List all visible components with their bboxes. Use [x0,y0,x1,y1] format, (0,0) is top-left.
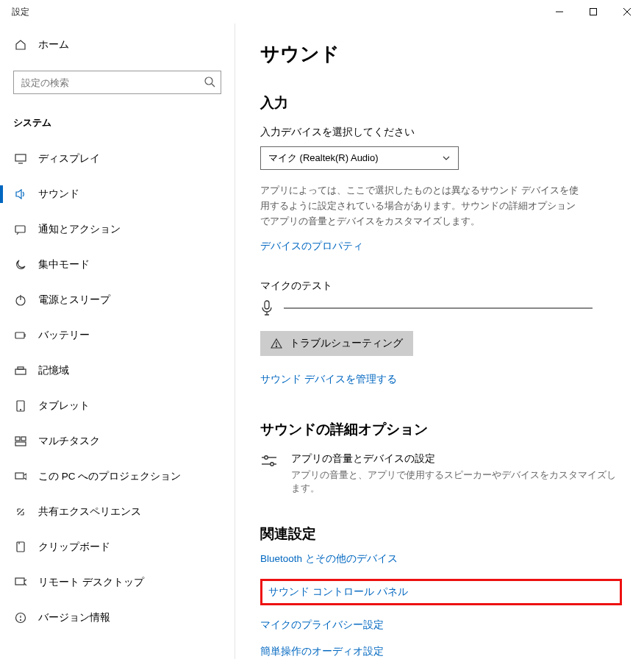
related-link-0[interactable]: Bluetooth とその他のデバイス [260,552,622,566]
sidebar-item-label: ディスプレイ [38,152,100,165]
related-link-1[interactable]: サウンド コントロール パネル [260,579,622,605]
svg-point-26 [21,620,21,621]
svg-rect-13 [15,369,26,374]
sidebar-item-label: 記憶域 [38,364,69,377]
home-icon [13,39,28,51]
related-heading: 関連設定 [260,524,622,544]
sidebar-item-label: タブレット [38,399,90,413]
chevron-down-icon [442,154,451,163]
titlebar: 設定 [0,0,644,24]
svg-point-16 [21,410,21,410]
mic-level-bar [284,307,593,309]
sidebar-home-label: ホーム [38,38,69,51]
sidebar-item-5[interactable]: バッテリー [0,318,235,353]
svg-rect-20 [15,473,24,479]
sidebar-item-7[interactable]: タブレット [0,388,235,424]
sidebar-item-8[interactable]: マルチタスク [0,424,235,459]
warning-icon [271,338,282,349]
nav-icon [13,577,28,588]
nav-icon [13,366,28,375]
sliders-icon [260,454,279,495]
sidebar-item-label: 集中モード [38,258,90,271]
nav-icon [13,400,28,412]
nav-icon [13,294,28,306]
manage-devices-link[interactable]: サウンド デバイスを管理する [260,373,397,386]
svg-rect-21 [17,542,24,552]
svg-rect-6 [15,154,26,161]
window-title: 設定 [12,6,29,18]
nav-icon [13,612,28,624]
selected-device: マイク (Realtek(R) Audio) [268,152,379,165]
sidebar-item-10[interactable]: 共有エクスペリエンス [0,494,235,530]
sidebar-item-0[interactable]: ディスプレイ [0,141,235,177]
svg-point-33 [271,463,273,466]
nav-icon [13,541,28,553]
sidebar-home[interactable]: ホーム [0,31,235,59]
svg-rect-23 [15,578,24,585]
sidebar-item-label: 電源とスリープ [38,293,110,307]
sidebar: ホーム システム ディスプレイサウンド通知とアクション集中モード電源とスリープバ… [0,24,235,659]
svg-rect-17 [15,437,20,441]
sidebar-item-label: 通知とアクション [38,223,121,236]
input-device-select[interactable]: マイク (Realtek(R) Audio) [260,146,459,170]
sidebar-item-label: バージョン情報 [38,611,110,624]
sidebar-search[interactable] [13,71,221,94]
sidebar-item-9[interactable]: この PC へのプロジェクション [0,459,235,494]
svg-point-32 [265,456,268,459]
svg-rect-14 [18,367,24,369]
svg-point-4 [205,77,212,85]
nav-icon [13,154,28,164]
sidebar-item-2[interactable]: 通知とアクション [0,212,235,247]
svg-rect-8 [15,226,25,232]
sidebar-item-3[interactable]: 集中モード [0,247,235,282]
sidebar-item-label: クリップボード [38,541,110,554]
app-volume-item[interactable]: アプリの音量とデバイスの設定 アプリの音量と、アプリで使用するスピーカーやデバイ… [260,452,622,495]
sidebar-item-label: リモート デスクトップ [38,576,144,589]
related-settings: 関連設定 Bluetooth とその他のデバイスサウンド コントロール パネルマ… [260,524,622,658]
sidebar-category: システム [0,109,235,141]
troubleshoot-button[interactable]: トラブルシューティング [260,331,413,356]
sidebar-item-12[interactable]: リモート デスクトップ [0,565,235,600]
related-link-2[interactable]: マイクのプライバシー設定 [260,619,622,632]
svg-rect-27 [265,301,269,309]
svg-point-29 [276,346,276,347]
svg-rect-18 [21,437,26,441]
sidebar-item-label: バッテリー [38,329,90,342]
related-link-3[interactable]: 簡単操作のオーディオ設定 [260,645,622,658]
app-volume-title: アプリの音量とデバイスの設定 [291,452,622,466]
sidebar-item-6[interactable]: 記憶域 [0,353,235,388]
app-volume-desc: アプリの音量と、アプリで使用するスピーカーやデバイスをカスタマイズします。 [291,469,622,495]
sidebar-item-13[interactable]: バージョン情報 [0,600,235,635]
maximize-button[interactable] [576,0,610,24]
search-icon [204,76,215,88]
nav-icon [13,471,28,482]
minimize-button[interactable] [543,0,576,24]
nav-icon [13,332,28,339]
sidebar-item-label: 共有エクスペリエンス [38,505,141,519]
microphone-icon [260,300,273,316]
svg-rect-19 [15,442,26,446]
nav-icon [13,224,28,235]
nav-icon [13,506,28,518]
input-heading: 入力 [260,93,622,113]
sidebar-item-4[interactable]: 電源とスリープ [0,282,235,318]
search-input[interactable] [13,71,221,94]
choose-device-label: 入力デバイスを選択してください [260,126,622,139]
close-button[interactable] [610,0,644,24]
page-title: サウンド [260,41,622,67]
sidebar-item-label: マルチタスク [38,435,100,448]
content: サウンド 入力 入力デバイスを選択してください マイク (Realtek(R) … [235,24,644,659]
sidebar-item-11[interactable]: クリップボード [0,530,235,565]
input-description: アプリによっては、ここで選択したものとは異なるサウンド デバイスを使用するように… [260,183,584,229]
device-properties-link[interactable]: デバイスのプロパティ [260,240,363,253]
svg-rect-1 [590,9,597,15]
svg-rect-11 [15,332,24,338]
advanced-heading: サウンドの詳細オプション [260,420,622,439]
sidebar-item-label: この PC へのプロジェクション [38,470,181,483]
troubleshoot-label: トラブルシューティング [290,337,403,350]
nav-icon [13,189,28,199]
nav-icon [13,436,28,446]
mic-test-label: マイクのテスト [260,279,622,293]
sidebar-item-1[interactable]: サウンド [0,177,235,212]
svg-line-5 [212,84,215,87]
